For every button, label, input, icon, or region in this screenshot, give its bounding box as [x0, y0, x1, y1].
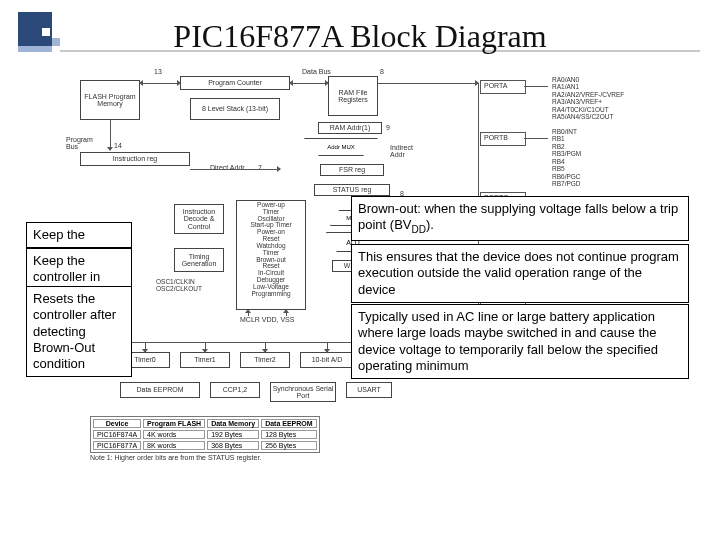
note-brownout-ensure: This ensures that the device does not co…: [351, 244, 689, 303]
bus-line: [265, 342, 266, 352]
power-list: Power-up Timer Oscillator Start-up Timer…: [238, 202, 304, 297]
page-title: PIC16F877A Block Diagram: [0, 18, 720, 55]
bus-line: [145, 342, 146, 352]
status-reg: STATUS reg: [314, 184, 390, 196]
note-keep-2: Keep the controller in: [26, 248, 132, 291]
program-counter: Program Counter: [180, 76, 290, 90]
indirect-addr-label: Indirect Addr: [390, 144, 413, 158]
eeprom: Data EEPROM: [120, 382, 200, 398]
bus-width-8a: 8: [380, 68, 384, 75]
instruction-reg: Instruction reg: [80, 152, 190, 166]
instr-decode: Instruction Decode & Control: [174, 204, 224, 234]
usart: USART: [346, 382, 392, 398]
slide: PIC16F877A Block Diagram FLASH Program M…: [0, 0, 720, 540]
text: Brown-out: when the supplying voltage fa…: [358, 201, 678, 232]
th-eeprom: Data EEPROM: [261, 419, 316, 428]
subscript: DD: [411, 224, 425, 235]
note-keep-1: Keep the: [26, 222, 132, 248]
program-bus-label: Program Bus: [66, 136, 93, 150]
mclr-vdd-label: MCLR VDD, VSS: [240, 316, 294, 323]
data-bus-label: Data Bus: [302, 68, 331, 75]
th-flash: Program FLASH: [143, 419, 205, 428]
bus-line: [290, 83, 328, 84]
bus-line: [140, 83, 180, 84]
device-table: Device Program FLASH Data Memory Data EE…: [90, 416, 320, 453]
bus-line: [205, 342, 206, 352]
bus-width-13: 13: [154, 68, 162, 75]
bus-width-9: 9: [386, 124, 390, 131]
note-brownout-def: Brown-out: when the supplying voltage fa…: [351, 196, 689, 241]
ram-addr: RAM Addr(1): [318, 122, 382, 134]
stack-block: 8 Level Stack (13-bit): [190, 98, 280, 120]
table-row: PIC16F874A 4K words 192 Bytes 128 Bytes: [93, 430, 317, 439]
ccp: CCP1,2: [210, 382, 260, 398]
portb-label: PORTB: [484, 134, 508, 141]
bus-width-14: 14: [114, 142, 122, 149]
pin-line: [286, 310, 287, 316]
portb-pins: RB0/INT RB1 RB2 RB3/PGM RB4 RB5 RB6/PGC …: [552, 128, 581, 188]
porta-pins: RA0/AN0 RA1/AN1 RA2/AN2/VREF-/CVREF RA3/…: [552, 76, 624, 121]
bus-line: [327, 342, 328, 352]
pin-line: [524, 138, 548, 139]
table-row: PIC16F877A 8K words 368 Bytes 256 Bytes: [93, 441, 317, 450]
data-bus-line: [378, 83, 478, 84]
pin-line: [248, 310, 249, 316]
note-brownout-usage: Typically used in AC line or large batte…: [351, 304, 689, 379]
th-datamem: Data Memory: [207, 419, 259, 428]
ram-block: RAM File Registers: [328, 76, 378, 116]
table-note: Note 1: Higher order bits are from the S…: [90, 454, 261, 461]
flash-block: FLASH Program Memory: [80, 80, 140, 120]
pin-line: [524, 86, 548, 87]
th-device: Device: [93, 419, 141, 428]
osc-label: OSC1/CLKIN OSC2/CLKOUT: [156, 278, 202, 292]
bus-line: [110, 120, 111, 150]
note-bor: Resets the controller after detecting Br…: [26, 286, 132, 377]
timing-gen: Timing Generation: [174, 248, 224, 272]
bus-line: [190, 169, 280, 170]
fsr-reg: FSR reg: [320, 164, 384, 176]
text: ).: [426, 217, 434, 232]
porta-label: PORTA: [484, 82, 507, 89]
ssp: Synchronous Serial Port: [270, 382, 336, 402]
addr-mux: Addr MUX: [304, 138, 378, 156]
